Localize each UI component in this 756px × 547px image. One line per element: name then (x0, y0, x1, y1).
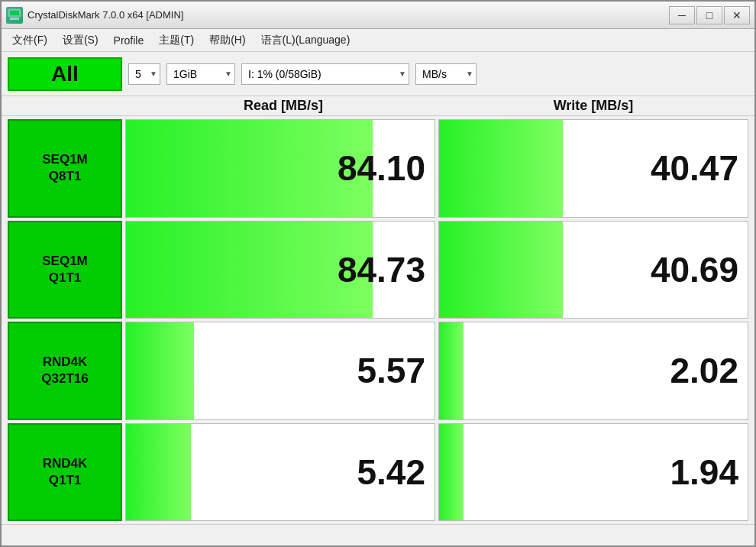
write-value-0: 40.47 (651, 147, 738, 189)
svg-rect-2 (10, 18, 19, 20)
drive-select-wrapper: I: 1% (0/58GiB) ▼ (241, 63, 409, 85)
drive-select[interactable]: I: 1% (0/58GiB) (241, 63, 409, 85)
read-value-2: 5.57 (357, 350, 425, 391)
row-label-3: RND4KQ1T1 (8, 423, 122, 522)
read-bar-3 (126, 424, 191, 521)
read-header: Read [MB/s] (128, 98, 438, 114)
title-bar-left: CrystalDiskMark 7.0.0 x64 [ADMIN] (6, 7, 183, 24)
read-value-3: 5.42 (357, 452, 425, 493)
unit-select-wrapper: MB/s GB/s ▼ (415, 63, 477, 85)
read-bar-0 (126, 120, 373, 217)
write-cell-1: 40.69 (438, 221, 748, 319)
status-bar (2, 524, 754, 545)
write-cell-0: 40.47 (438, 119, 748, 218)
close-button[interactable]: ✕ (724, 6, 750, 24)
menu-item----h-[interactable]: 帮助(H) (202, 31, 253, 50)
menu-item-profile[interactable]: Profile (106, 32, 152, 49)
read-bar-2 (126, 322, 194, 419)
window-title: CrystalDiskMark 7.0.0 x64 [ADMIN] (27, 9, 183, 21)
results-area: SEQ1MQ8T184.1040.47SEQ1MQ1T184.7340.69RN… (2, 116, 754, 524)
size-select[interactable]: 1GiB 512MiB 256MiB (166, 63, 235, 85)
title-bar-buttons: ─ □ ✕ (669, 6, 750, 24)
size-select-wrapper: 1GiB 512MiB 256MiB ▼ (166, 63, 235, 85)
read-value-1: 84.73 (338, 249, 425, 290)
read-value-0: 84.10 (338, 147, 425, 189)
result-row-2: RND4KQ32T165.572.02 (8, 322, 748, 420)
write-bar-0 (439, 120, 563, 217)
count-select-wrapper: 5 1 3 ▼ (128, 63, 160, 85)
label-spacer (8, 98, 128, 114)
read-cell-2: 5.57 (125, 322, 435, 420)
read-cell-3: 5.42 (125, 423, 435, 522)
title-bar: CrystalDiskMark 7.0.0 x64 [ADMIN] ─ □ ✕ (2, 2, 754, 29)
maximize-button[interactable]: □ (696, 6, 722, 24)
unit-select[interactable]: MB/s GB/s (415, 63, 477, 85)
toolbar: All 5 1 3 ▼ 1GiB 512MiB 256MiB ▼ I: 1% (… (2, 52, 754, 96)
minimize-button[interactable]: ─ (669, 6, 695, 24)
write-value-1: 40.69 (651, 249, 738, 290)
count-select[interactable]: 5 1 3 (128, 63, 160, 85)
write-cell-3: 1.94 (438, 423, 748, 522)
write-cell-2: 2.02 (438, 322, 748, 420)
menu-item----s-[interactable]: 设置(S) (55, 31, 106, 50)
app-icon (6, 7, 23, 24)
row-label-0: SEQ1MQ8T1 (8, 119, 122, 218)
all-button[interactable]: All (8, 57, 122, 91)
row-label-1: SEQ1MQ1T1 (8, 221, 122, 319)
write-value-2: 2.02 (670, 350, 738, 391)
menu-item----t-[interactable]: 主题(T) (151, 31, 202, 50)
result-row-0: SEQ1MQ8T184.1040.47 (8, 119, 748, 218)
write-bar-3 (439, 424, 464, 521)
menu-item----l--language-[interactable]: 语言(L)(Language) (254, 31, 358, 50)
read-cell-0: 84.10 (125, 119, 435, 218)
write-bar-1 (439, 222, 563, 319)
result-row-1: SEQ1MQ1T184.7340.69 (8, 221, 748, 319)
write-value-3: 1.94 (670, 452, 738, 493)
menu-bar: 文件(F)设置(S)Profile主题(T)帮助(H)语言(L)(Languag… (2, 29, 754, 52)
app-window: CrystalDiskMark 7.0.0 x64 [ADMIN] ─ □ ✕ … (0, 0, 756, 547)
result-row-3: RND4KQ1T15.421.94 (8, 423, 748, 522)
read-cell-1: 84.73 (125, 221, 435, 319)
menu-item----f-[interactable]: 文件(F) (5, 31, 55, 50)
column-headers: Read [MB/s] Write [MB/s] (2, 96, 754, 116)
read-bar-1 (126, 222, 373, 319)
row-label-2: RND4KQ32T16 (8, 322, 122, 420)
svg-rect-1 (10, 11, 19, 15)
write-header: Write [MB/s] (438, 98, 748, 114)
write-bar-2 (439, 322, 464, 419)
